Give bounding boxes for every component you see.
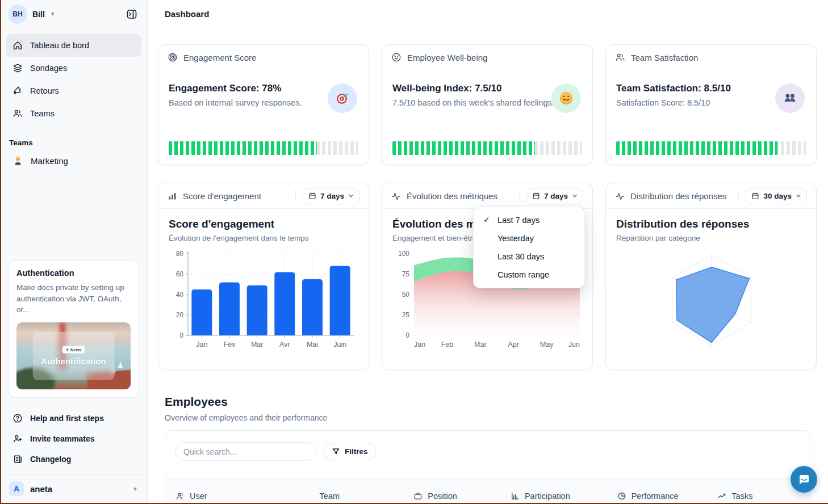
column-header-team[interactable]: Team: [309, 478, 403, 504]
employees-subtitle: Overview of employees and their performa…: [165, 413, 327, 422]
chevron-down-icon: [572, 193, 578, 199]
sidebar-item-invite[interactable]: Invite teammates: [6, 429, 141, 449]
menu-item-custom-range[interactable]: Custom range: [478, 266, 580, 284]
smiley-icon: [391, 52, 402, 62]
sidebar-item-label: Retours: [30, 86, 59, 95]
sidebar-item-feedback[interactable]: Retours: [6, 79, 141, 102]
sidebar-item-surveys[interactable]: Sondages: [6, 57, 141, 79]
workspace-switcher[interactable]: A aneta ▼: [0, 474, 147, 504]
busts-emoji: [775, 83, 805, 113]
svg-text:May: May: [540, 341, 554, 348]
svg-text:Mai: Mai: [307, 341, 318, 348]
svg-text:50: 50: [402, 291, 410, 299]
svg-text:Jun: Jun: [568, 341, 580, 348]
page-title: Dashboard: [165, 9, 209, 19]
target-icon: [168, 52, 178, 62]
chart-card-engagement-score: Score d'engagement 7 days Score d'engage…: [158, 183, 369, 370]
svg-text:Fév: Fév: [224, 341, 236, 348]
employees-table-card: Filtres User Team Position Participation…: [165, 430, 810, 504]
chart-title: Distribution des réponses: [616, 218, 806, 230]
distribution-radar-chart: [616, 248, 807, 354]
kpi-header-label: Team Satisfaction: [631, 53, 698, 62]
sidebar-item-label: Sondages: [30, 64, 67, 73]
help-icon: [12, 413, 23, 423]
progress-bar: [392, 141, 582, 155]
column-header-participation[interactable]: Participation: [500, 478, 607, 504]
filters-button[interactable]: Filtres: [324, 443, 376, 460]
user-name[interactable]: Bill: [32, 10, 45, 19]
sidebar-item-dashboard[interactable]: Tableau de bord: [6, 34, 141, 57]
sidebar-footer-nav: Help and first steps Invite teammates Ch…: [0, 408, 147, 469]
search-input[interactable]: [175, 442, 317, 461]
topbar: Dashboard: [148, 0, 828, 28]
briefcase-icon: [413, 492, 423, 501]
svg-text:40: 40: [176, 291, 184, 299]
svg-text:0: 0: [179, 331, 183, 339]
chevron-down-icon: [796, 193, 801, 199]
sidebar-item-help[interactable]: Help and first steps: [6, 408, 141, 429]
svg-text:Jan: Jan: [414, 341, 425, 348]
sidebar-item-marketing[interactable]: Marketing: [0, 149, 147, 172]
kpi-header-label: Engagement Score: [183, 53, 256, 62]
workspace-name: aneta: [30, 484, 52, 494]
auth-promo-card[interactable]: Authentication Make docs private by sett…: [8, 260, 139, 398]
calendar-icon: [532, 192, 540, 200]
chevron-down-icon: [348, 193, 354, 199]
column-header-position[interactable]: Position: [403, 478, 500, 504]
calendar-icon: [308, 192, 316, 200]
footer-item-label: Changelog: [30, 455, 71, 464]
chart-subtitle: Évolution de l'engagement dans le temps: [169, 234, 358, 242]
sidebar: BH Bill ▼ Tableau de bord Sondages Retou…: [0, 0, 148, 504]
megaphone-icon: [11, 84, 24, 97]
column-header-user[interactable]: User: [165, 478, 309, 504]
menu-item-last-7-days[interactable]: ✓ Last 7 days: [478, 211, 580, 229]
svg-text:0: 0: [405, 331, 409, 339]
users-icon: [615, 52, 625, 62]
kpi-card-wellbeing: Employee Well-being Well-being Index: 7.…: [382, 44, 593, 165]
home-icon: [12, 40, 23, 51]
chat-bubble-icon: [797, 473, 811, 486]
svg-text:Mar: Mar: [251, 341, 264, 348]
svg-text:Feb: Feb: [441, 341, 454, 348]
footer-item-label: Invite teammates: [30, 434, 95, 443]
range-selector-button[interactable]: 7 days: [526, 188, 583, 204]
menu-item-last-30-days[interactable]: Last 30 days: [478, 247, 580, 266]
auth-image-overlay: ✦ News Authentification: [32, 332, 115, 380]
bar-chart-icon: [511, 492, 520, 501]
technologist-emoji: [12, 156, 23, 166]
kpi-card-engagement: Engagement Score Engagement Score: 78% B…: [158, 44, 369, 165]
svg-text:Jan: Jan: [196, 341, 207, 348]
svg-text:Juin: Juin: [333, 341, 346, 348]
chart-header-label: Distribution des réponses: [630, 191, 726, 201]
range-label: 7 days: [544, 192, 568, 200]
range-selector-button[interactable]: 7 days: [303, 188, 359, 204]
table-header-row: User Team Position Participation Perform…: [165, 478, 810, 504]
range-selector-button[interactable]: 30 days: [746, 188, 807, 204]
range-label: 30 days: [763, 192, 792, 200]
column-header-performance[interactable]: Performance: [607, 478, 707, 504]
menu-item-yesterday[interactable]: Yesterday: [478, 229, 580, 247]
check-icon: ✓: [483, 215, 490, 224]
sidebar-item-label: Teams: [30, 109, 55, 118]
users-icon: [12, 108, 23, 119]
activity-icon: [615, 191, 625, 201]
workspace-avatar: A: [9, 481, 24, 496]
sidebar-item-changelog[interactable]: Changelog: [6, 449, 141, 469]
avatar[interactable]: BH: [8, 5, 27, 24]
svg-text:100: 100: [398, 250, 409, 258]
sidebar-item-label: Tableau de bord: [30, 41, 89, 50]
user-icon: [175, 492, 185, 501]
layers-icon: [12, 63, 23, 73]
svg-text:Apr: Apr: [508, 341, 518, 348]
activity-icon: [391, 191, 401, 201]
calendar-icon: [751, 192, 759, 200]
range-dropdown-menu: ✓ Last 7 days Yesterday Last 30 days Cus…: [473, 207, 585, 288]
sidebar-nav: Tableau de bord Sondages Retours Teams: [0, 28, 147, 131]
collapse-sidebar-button[interactable]: [124, 7, 139, 22]
chat-launcher-button[interactable]: [791, 466, 817, 493]
sidebar-item-teams[interactable]: Teams: [6, 102, 141, 125]
news-badge: ✦ News: [62, 346, 85, 353]
changelog-icon: [12, 454, 23, 464]
main-content: Dashboard Engagement Score Engagement Sc…: [148, 0, 828, 504]
kpi-card-satisfaction: Team Satisfaction Team Satisfaction: 8.5…: [605, 44, 817, 165]
